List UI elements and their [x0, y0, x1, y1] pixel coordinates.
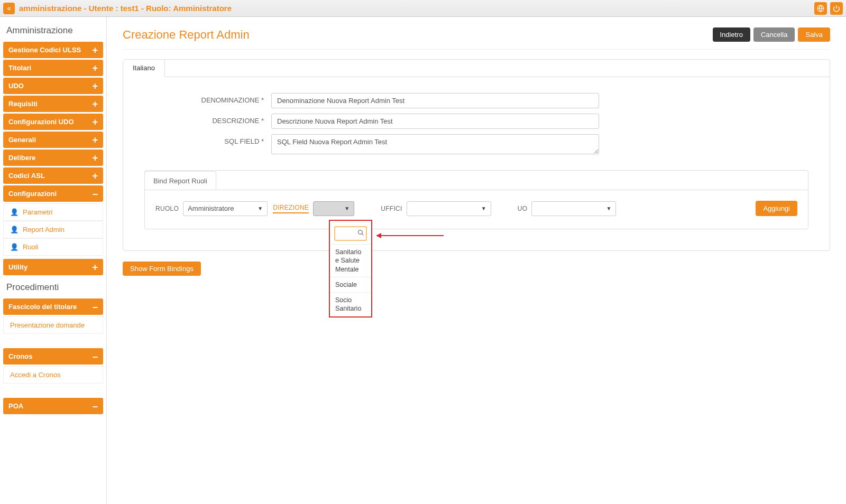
label-sqlfield: SQL FIELD *: [144, 134, 271, 145]
cancel-button[interactable]: Cancella: [753, 27, 795, 42]
topbar-title: amministrazione - Utente : test1 - Ruolo…: [19, 4, 811, 13]
sidebar: Amministrazione Gestione Codici ULSS+ Ti…: [0, 17, 107, 504]
nav-fascicolo[interactable]: Fascicolo del titolare–: [3, 298, 103, 315]
sub-presentazione-domande[interactable]: Presentazione domande: [3, 316, 103, 334]
chevron-down-icon: ▼: [258, 206, 263, 211]
nav-requisiti[interactable]: Requisiti+: [3, 96, 103, 112]
select-direzione[interactable]: ▼: [313, 201, 354, 216]
sub-parametri[interactable]: 👤Parametri: [3, 203, 103, 221]
chevron-down-icon: ▼: [344, 206, 350, 211]
bind-card: Bind Report Ruoli RUOLO Amministratore▼ …: [144, 170, 808, 229]
annotation-arrow: [380, 235, 444, 236]
form-card: Italiano DENOMINAZIONE * DESCRIZIONE * S…: [123, 59, 830, 251]
nav-configurazioni-udo[interactable]: Configurazioni UDO+: [3, 114, 103, 130]
textarea-sqlfield[interactable]: [271, 134, 599, 154]
nav-codici-asl[interactable]: Codici ASL+: [3, 167, 103, 184]
dropdown-option-sociale[interactable]: Sociale: [330, 277, 371, 292]
user-icon: 👤: [10, 226, 19, 234]
main-content: Creazione Report Admin Indietro Cancella…: [107, 17, 846, 504]
nav-delibere[interactable]: Delibere+: [3, 150, 103, 166]
chevron-down-icon: ▼: [606, 206, 611, 211]
show-form-bindings-button[interactable]: Show Form Bindings: [123, 262, 201, 276]
section-title-proc: Procedimenti: [3, 277, 103, 297]
label-denominazione: DENOMINAZIONE *: [144, 93, 271, 104]
dropdown-option-socio-sanitario[interactable]: Socio Sanitario: [330, 292, 371, 316]
direzione-dropdown: Sanitario e Salute Mentale Sociale Socio…: [329, 220, 372, 318]
sub-ruoli[interactable]: 👤Ruoli: [3, 238, 103, 256]
input-descrizione[interactable]: [271, 114, 599, 129]
nav-configurazioni[interactable]: Configurazioni–: [3, 185, 103, 202]
select-uffici[interactable]: ▼: [407, 201, 491, 216]
save-button[interactable]: Salva: [798, 27, 830, 42]
dropdown-search-input[interactable]: [341, 230, 355, 237]
sub-accedi-cronos[interactable]: Accedi a Cronos: [3, 366, 103, 384]
nav-generali[interactable]: Generali+: [3, 132, 103, 148]
select-ruolo[interactable]: Amministratore▼: [183, 201, 268, 216]
label-ruolo: RUOLO: [155, 205, 179, 212]
topbar: « amministrazione - Utente : test1 - Ruo…: [0, 0, 846, 17]
nav-gestione-codici-ulss[interactable]: Gestione Codici ULSS+: [3, 42, 103, 58]
label-uffici: UFFICI: [381, 205, 402, 212]
nav-cronos[interactable]: Cronos–: [3, 348, 103, 365]
user-icon: 👤: [10, 243, 19, 251]
section-title-admin: Amministrazione: [3, 20, 103, 40]
label-uo: UO: [518, 205, 528, 212]
power-icon[interactable]: [830, 2, 843, 15]
sub-report-admin[interactable]: 👤Report Admin: [3, 221, 103, 238]
chevron-down-icon: ▼: [481, 206, 486, 211]
aggiungi-button[interactable]: Aggiungi: [756, 201, 797, 216]
globe-icon[interactable]: [814, 2, 827, 15]
label-descrizione: DESCRIZIONE *: [144, 114, 271, 125]
nav-udo[interactable]: UDO+: [3, 78, 103, 94]
tab-bind-report-ruoli[interactable]: Bind Report Ruoli: [144, 171, 216, 190]
nav-utility[interactable]: Utility+: [3, 259, 103, 275]
tab-italiano[interactable]: Italiano: [123, 60, 165, 77]
input-denominazione[interactable]: [271, 93, 599, 108]
sidebar-collapse-button[interactable]: «: [3, 3, 15, 14]
select-uo[interactable]: ▼: [531, 201, 616, 216]
nav-poa[interactable]: POA–: [3, 398, 103, 414]
dropdown-option-sanitario[interactable]: Sanitario e Salute Mentale: [330, 244, 371, 277]
search-icon: [357, 229, 364, 238]
user-icon: 👤: [10, 208, 19, 216]
back-button[interactable]: Indietro: [713, 27, 750, 42]
dropdown-search[interactable]: [334, 226, 367, 241]
label-direzione: DIREZIONE: [273, 204, 309, 213]
svg-point-1: [358, 230, 363, 235]
page-title: Creazione Report Admin: [123, 28, 250, 42]
nav-titolari[interactable]: Titolari+: [3, 60, 103, 76]
